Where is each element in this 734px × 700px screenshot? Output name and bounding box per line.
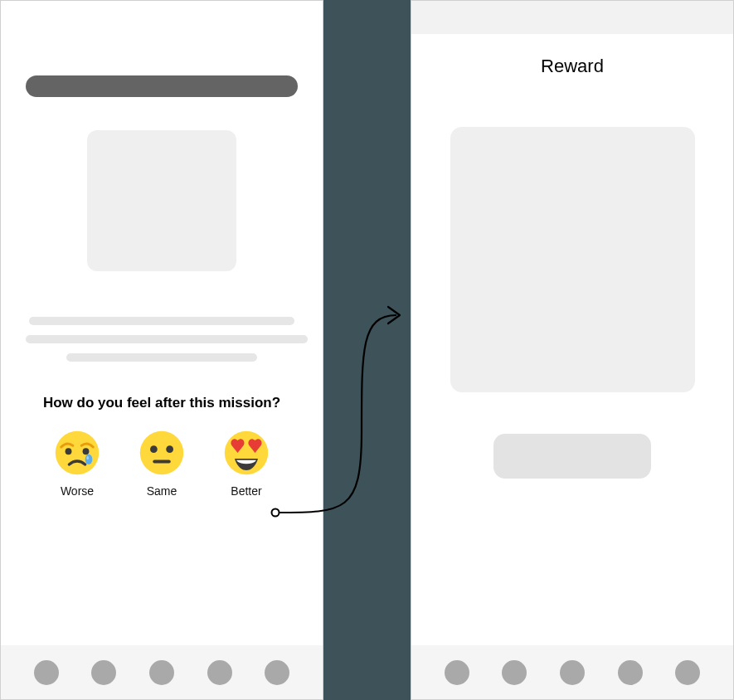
tab-item[interactable] [445, 660, 469, 685]
reward-screen: Reward [411, 0, 734, 700]
reward-action-button[interactable] [493, 434, 651, 479]
neutral-face-icon [139, 430, 185, 476]
tab-item[interactable] [675, 660, 700, 685]
svg-point-4 [86, 456, 89, 459]
tab-item[interactable] [560, 660, 585, 685]
reward-image-placeholder [450, 127, 695, 392]
tab-item[interactable] [265, 660, 289, 685]
mission-image-placeholder [87, 130, 236, 271]
tab-bar [411, 645, 733, 699]
svg-point-1 [66, 448, 72, 455]
svg-point-3 [85, 455, 93, 464]
tab-item[interactable] [618, 660, 643, 685]
feedback-option-better[interactable]: Better [217, 430, 275, 498]
reward-title: Reward [411, 56, 733, 77]
tab-bar [1, 645, 323, 699]
feedback-option-label: Better [231, 484, 261, 498]
tab-item[interactable] [149, 660, 174, 685]
tab-item[interactable] [91, 660, 116, 685]
svg-point-0 [56, 431, 100, 475]
tab-item[interactable] [502, 660, 527, 685]
feedback-option-worse[interactable]: Worse [48, 430, 106, 498]
feedback-options: Worse Same [26, 430, 298, 498]
feedback-option-label: Worse [61, 484, 94, 498]
svg-point-5 [140, 431, 184, 475]
svg-point-6 [150, 445, 158, 453]
feedback-option-label: Same [147, 484, 177, 498]
svg-point-7 [166, 445, 173, 453]
feedback-question: How do you feel after this mission? [26, 395, 298, 411]
worried-face-icon [54, 430, 100, 476]
tab-item[interactable] [34, 660, 59, 685]
header-bar-placeholder [26, 75, 298, 97]
feedback-option-same[interactable]: Same [133, 430, 191, 498]
tab-item[interactable] [207, 660, 232, 685]
svg-point-2 [83, 448, 90, 455]
mission-feedback-screen: How do you feel after this mission? Wors… [0, 0, 323, 700]
heart-eyes-face-icon [223, 430, 270, 476]
status-bar-placeholder [411, 1, 733, 34]
mission-text-placeholder [26, 317, 298, 362]
